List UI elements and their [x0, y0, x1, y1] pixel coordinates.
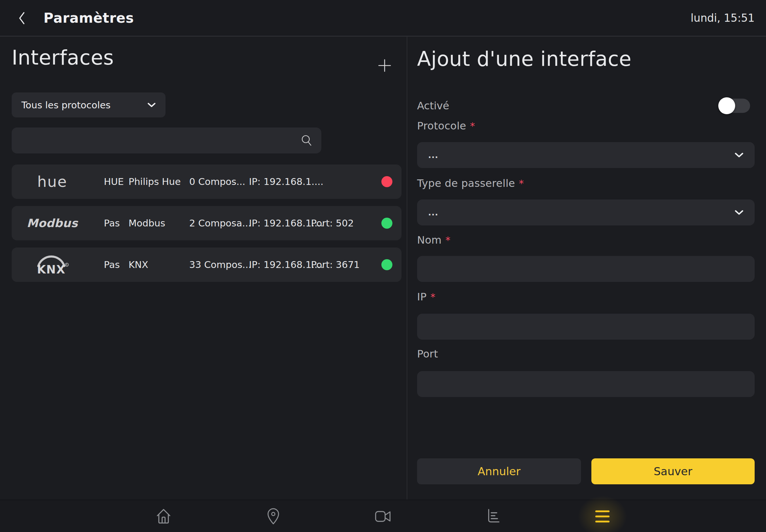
- bar-chart-icon: [484, 508, 502, 525]
- svg-text:KNX: KNX: [37, 263, 66, 275]
- cancel-button[interactable]: Annuler: [417, 458, 581, 484]
- interface-components: 33 Compos...: [189, 248, 251, 282]
- form-actions: Annuler Sauver: [417, 458, 765, 484]
- interface-protocol: Pas: [104, 248, 120, 282]
- type-passerelle-value: ...: [428, 208, 439, 217]
- enabled-label: Activé: [417, 100, 449, 112]
- nav-locations[interactable]: [264, 508, 282, 525]
- nom-input[interactable]: [417, 256, 755, 282]
- home-icon: [155, 508, 172, 525]
- save-button[interactable]: Sauver: [591, 458, 755, 484]
- interface-row-hue[interactable]: hue HUE Philips Hue 0 Compos... IP: 192.…: [12, 164, 402, 199]
- required-asterisk: *: [519, 178, 524, 189]
- interface-row-knx[interactable]: KNX R Pas KNX 33 Compos... IP: 192.168.1…: [12, 248, 402, 282]
- ip-field: [417, 314, 755, 340]
- hue-logo: hue: [12, 164, 93, 199]
- add-interface-button[interactable]: [376, 57, 394, 74]
- status-indicator: [381, 259, 393, 270]
- page-title: Paramètres: [43, 0, 134, 36]
- status-indicator: [381, 176, 393, 187]
- nom-label: Nom*: [417, 234, 451, 246]
- back-button[interactable]: [13, 9, 31, 27]
- interfaces-title: Interfaces: [12, 46, 114, 69]
- nav-stats[interactable]: [484, 508, 502, 525]
- interface-protocol: HUE: [104, 164, 124, 199]
- search-input[interactable]: [12, 127, 321, 153]
- menu-icon: [594, 508, 611, 525]
- nav-home[interactable]: [155, 508, 172, 525]
- datetime-label: lundi, 15:51: [691, 0, 755, 36]
- nav-cameras[interactable]: [374, 508, 392, 525]
- nav-menu-active[interactable]: [594, 508, 611, 525]
- port-field: [417, 371, 755, 397]
- knx-logo: KNX R: [12, 248, 93, 282]
- protocol-filter-dropdown[interactable]: Tous les protocoles: [12, 92, 165, 117]
- type-passerelle-select[interactable]: ...: [417, 199, 755, 225]
- toggle-knob: [718, 97, 735, 114]
- search-icon: [300, 134, 313, 147]
- type-passerelle-label: Type de passerelle*: [417, 177, 524, 189]
- ip-label: IP*: [417, 291, 436, 303]
- settings-screen: Paramètres lundi, 15:51 Interfaces Tous …: [0, 0, 766, 532]
- video-camera-icon: [374, 509, 392, 524]
- interface-name: Modbus: [128, 206, 165, 240]
- protocole-select[interactable]: ...: [417, 142, 755, 168]
- svg-text:R: R: [66, 263, 68, 267]
- chevron-left-icon: [17, 11, 28, 26]
- chevron-down-icon: [735, 210, 744, 215]
- bottom-nav: [0, 500, 766, 532]
- enabled-toggle[interactable]: [719, 99, 750, 113]
- nom-field: [417, 256, 755, 282]
- chevron-down-icon: [735, 152, 744, 158]
- protocol-filter-value: Tous les protocoles: [21, 100, 111, 111]
- interface-name: KNX: [128, 248, 148, 282]
- ip-input[interactable]: [417, 314, 755, 340]
- interface-name: Philips Hue: [128, 164, 181, 199]
- add-interface-panel: Ajout d'une interface Activé Protocole* …: [407, 37, 766, 500]
- required-asterisk: *: [446, 235, 451, 246]
- interface-protocol: Pas: [104, 206, 120, 240]
- status-indicator: [381, 218, 393, 229]
- required-asterisk: *: [470, 120, 475, 132]
- interface-ip: IP: 192.168.1....: [249, 164, 323, 199]
- modbus-logo: Modbus: [12, 206, 93, 240]
- chevron-down-icon: [147, 103, 156, 108]
- add-interface-title: Ajout d'une interface: [417, 47, 632, 71]
- location-pin-icon: [265, 508, 281, 525]
- interface-components: 0 Compos...: [189, 164, 245, 199]
- protocole-value: ...: [428, 151, 439, 160]
- enabled-row: Activé: [417, 98, 755, 114]
- interface-components: 2 Composa...: [189, 206, 251, 240]
- protocole-label: Protocole*: [417, 120, 475, 132]
- port-label: Port: [417, 348, 438, 360]
- required-asterisk: *: [431, 291, 435, 303]
- interface-row-modbus[interactable]: Modbus Pas Modbus 2 Composa... IP: 192.1…: [12, 206, 402, 240]
- plus-icon: [376, 57, 393, 74]
- port-input[interactable]: [417, 371, 755, 397]
- interfaces-panel: Interfaces Tous les protocoles: [0, 37, 407, 500]
- interface-port: Port: 3671: [311, 248, 359, 282]
- search-box: [12, 127, 321, 153]
- top-bar: Paramètres lundi, 15:51: [0, 0, 766, 37]
- interface-port: Port: 502: [311, 206, 354, 240]
